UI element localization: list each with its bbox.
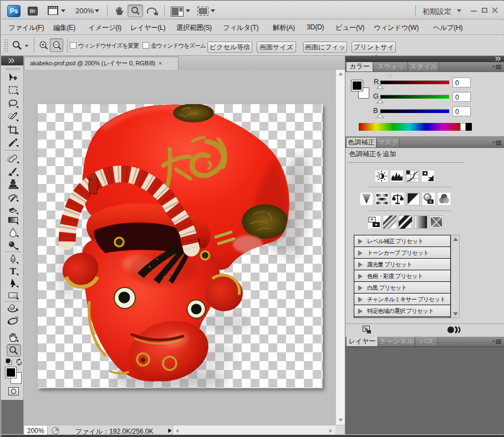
svg-text:T: T [10,266,17,276]
